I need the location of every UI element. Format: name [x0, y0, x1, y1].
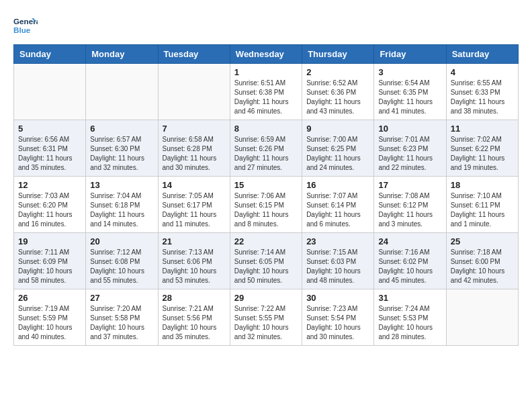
day-info: Sunrise: 7:16 AM Sunset: 6:02 PM Dayligh…: [378, 248, 441, 285]
day-number: 18: [451, 180, 514, 190]
day-number: 13: [90, 180, 153, 190]
day-number: 6: [90, 124, 153, 134]
weekday-header: Monday: [86, 45, 158, 64]
day-info: Sunrise: 6:59 AM Sunset: 6:26 PM Dayligh…: [234, 135, 298, 173]
weekday-header: Tuesday: [158, 45, 230, 64]
day-info: Sunrise: 6:52 AM Sunset: 6:36 PM Dayligh…: [306, 79, 369, 116]
calendar-day-cell: 19Sunrise: 7:11 AM Sunset: 6:09 PM Dayli…: [14, 233, 86, 289]
day-info: Sunrise: 6:51 AM Sunset: 6:38 PM Dayligh…: [234, 79, 298, 116]
calendar-week-row: 1Sunrise: 6:51 AM Sunset: 6:38 PM Daylig…: [14, 64, 519, 120]
day-number: 29: [234, 293, 298, 303]
calendar-week-row: 5Sunrise: 6:56 AM Sunset: 6:31 PM Daylig…: [14, 120, 519, 177]
day-number: 30: [306, 293, 369, 303]
calendar-day-cell: 23Sunrise: 7:15 AM Sunset: 6:03 PM Dayli…: [302, 233, 374, 289]
calendar-day-cell: 10Sunrise: 7:01 AM Sunset: 6:23 PM Dayli…: [374, 120, 446, 177]
day-number: 2: [306, 67, 369, 77]
calendar-day-cell: 31Sunrise: 7:24 AM Sunset: 5:53 PM Dayli…: [374, 289, 446, 346]
day-info: Sunrise: 7:00 AM Sunset: 6:25 PM Dayligh…: [306, 135, 369, 173]
calendar-day-cell: 6Sunrise: 6:57 AM Sunset: 6:30 PM Daylig…: [86, 120, 158, 177]
day-number: 23: [306, 236, 369, 246]
calendar-day-cell: 20Sunrise: 7:12 AM Sunset: 6:08 PM Dayli…: [86, 233, 158, 289]
day-info: Sunrise: 7:18 AM Sunset: 6:00 PM Dayligh…: [451, 248, 514, 285]
calendar-day-cell: 13Sunrise: 7:04 AM Sunset: 6:18 PM Dayli…: [86, 177, 158, 233]
day-info: Sunrise: 7:06 AM Sunset: 6:15 PM Dayligh…: [234, 191, 298, 229]
day-info: Sunrise: 7:11 AM Sunset: 6:09 PM Dayligh…: [18, 248, 81, 285]
calendar-header-row: SundayMondayTuesdayWednesdayThursdayFrid…: [14, 45, 519, 64]
day-number: 24: [378, 236, 441, 246]
day-number: 8: [234, 124, 298, 134]
day-number: 16: [306, 180, 369, 190]
calendar-week-row: 12Sunrise: 7:03 AM Sunset: 6:20 PM Dayli…: [14, 177, 519, 233]
calendar-day-cell: 27Sunrise: 7:20 AM Sunset: 5:58 PM Dayli…: [86, 289, 158, 346]
day-number: 7: [163, 124, 226, 134]
weekday-header: Thursday: [302, 45, 374, 64]
calendar-day-cell: 29Sunrise: 7:22 AM Sunset: 5:55 PM Dayli…: [230, 289, 302, 346]
day-info: Sunrise: 7:15 AM Sunset: 6:03 PM Dayligh…: [306, 248, 369, 285]
calendar-day-cell: 22Sunrise: 7:14 AM Sunset: 6:05 PM Dayli…: [230, 233, 302, 289]
day-number: 11: [451, 124, 514, 134]
day-number: 28: [163, 293, 226, 303]
calendar-table: SundayMondayTuesdayWednesdayThursdayFrid…: [13, 44, 519, 346]
day-info: Sunrise: 7:01 AM Sunset: 6:23 PM Dayligh…: [378, 135, 441, 173]
svg-text:Blue: Blue: [13, 26, 31, 34]
calendar-day-cell: 12Sunrise: 7:03 AM Sunset: 6:20 PM Dayli…: [14, 177, 86, 233]
day-info: Sunrise: 7:24 AM Sunset: 5:53 PM Dayligh…: [378, 304, 441, 342]
calendar-day-cell: 9Sunrise: 7:00 AM Sunset: 6:25 PM Daylig…: [302, 120, 374, 177]
day-info: Sunrise: 7:22 AM Sunset: 5:55 PM Dayligh…: [234, 304, 298, 342]
day-number: 17: [378, 180, 441, 190]
day-info: Sunrise: 7:07 AM Sunset: 6:14 PM Dayligh…: [306, 191, 369, 229]
calendar-day-cell: 17Sunrise: 7:08 AM Sunset: 6:12 PM Dayli…: [374, 177, 446, 233]
logo: General Blue: [13, 13, 38, 38]
weekday-header: Saturday: [446, 45, 518, 64]
day-number: 21: [163, 236, 226, 246]
day-number: 1: [234, 67, 298, 77]
day-info: Sunrise: 7:08 AM Sunset: 6:12 PM Dayligh…: [378, 191, 441, 229]
day-info: Sunrise: 7:12 AM Sunset: 6:08 PM Dayligh…: [90, 248, 153, 285]
calendar-day-cell: [86, 64, 158, 120]
day-info: Sunrise: 7:23 AM Sunset: 5:54 PM Dayligh…: [306, 304, 369, 342]
day-number: 27: [90, 293, 153, 303]
weekday-header: Friday: [374, 45, 446, 64]
day-info: Sunrise: 6:55 AM Sunset: 6:33 PM Dayligh…: [451, 79, 514, 116]
day-number: 5: [18, 124, 81, 134]
day-info: Sunrise: 6:58 AM Sunset: 6:28 PM Dayligh…: [163, 135, 226, 173]
day-number: 22: [234, 236, 298, 246]
day-info: Sunrise: 7:14 AM Sunset: 6:05 PM Dayligh…: [234, 248, 298, 285]
day-number: 19: [18, 236, 81, 246]
calendar-day-cell: 11Sunrise: 7:02 AM Sunset: 6:22 PM Dayli…: [446, 120, 518, 177]
calendar-day-cell: 8Sunrise: 6:59 AM Sunset: 6:26 PM Daylig…: [230, 120, 302, 177]
calendar-day-cell: [158, 64, 230, 120]
calendar-day-cell: 26Sunrise: 7:19 AM Sunset: 5:59 PM Dayli…: [14, 289, 86, 346]
day-number: 26: [18, 293, 81, 303]
calendar-day-cell: 2Sunrise: 6:52 AM Sunset: 6:36 PM Daylig…: [302, 64, 374, 120]
day-info: Sunrise: 6:54 AM Sunset: 6:35 PM Dayligh…: [378, 79, 441, 116]
calendar-day-cell: [446, 289, 518, 346]
calendar-day-cell: 3Sunrise: 6:54 AM Sunset: 6:35 PM Daylig…: [374, 64, 446, 120]
day-number: 31: [378, 293, 441, 303]
day-number: 14: [163, 180, 226, 190]
calendar-day-cell: 18Sunrise: 7:10 AM Sunset: 6:11 PM Dayli…: [446, 177, 518, 233]
calendar-day-cell: 7Sunrise: 6:58 AM Sunset: 6:28 PM Daylig…: [158, 120, 230, 177]
calendar-week-row: 26Sunrise: 7:19 AM Sunset: 5:59 PM Dayli…: [14, 289, 519, 346]
day-info: Sunrise: 7:13 AM Sunset: 6:06 PM Dayligh…: [163, 248, 226, 285]
calendar-day-cell: 21Sunrise: 7:13 AM Sunset: 6:06 PM Dayli…: [158, 233, 230, 289]
day-number: 20: [90, 236, 153, 246]
calendar-day-cell: 14Sunrise: 7:05 AM Sunset: 6:17 PM Dayli…: [158, 177, 230, 233]
calendar-day-cell: 1Sunrise: 6:51 AM Sunset: 6:38 PM Daylig…: [230, 64, 302, 120]
calendar-day-cell: 30Sunrise: 7:23 AM Sunset: 5:54 PM Dayli…: [302, 289, 374, 346]
calendar-day-cell: 25Sunrise: 7:18 AM Sunset: 6:00 PM Dayli…: [446, 233, 518, 289]
day-number: 3: [378, 67, 441, 77]
day-number: 10: [378, 124, 441, 134]
calendar-day-cell: [14, 64, 86, 120]
calendar-day-cell: 24Sunrise: 7:16 AM Sunset: 6:02 PM Dayli…: [374, 233, 446, 289]
day-number: 9: [306, 124, 369, 134]
calendar-day-cell: 4Sunrise: 6:55 AM Sunset: 6:33 PM Daylig…: [446, 64, 518, 120]
day-info: Sunrise: 7:20 AM Sunset: 5:58 PM Dayligh…: [90, 304, 153, 342]
day-info: Sunrise: 6:57 AM Sunset: 6:30 PM Dayligh…: [90, 135, 153, 173]
calendar-day-cell: 16Sunrise: 7:07 AM Sunset: 6:14 PM Dayli…: [302, 177, 374, 233]
day-info: Sunrise: 7:02 AM Sunset: 6:22 PM Dayligh…: [451, 135, 514, 173]
day-info: Sunrise: 7:03 AM Sunset: 6:20 PM Dayligh…: [18, 191, 81, 229]
calendar-day-cell: 5Sunrise: 6:56 AM Sunset: 6:31 PM Daylig…: [14, 120, 86, 177]
logo-icon: General Blue: [13, 13, 38, 38]
day-info: Sunrise: 7:04 AM Sunset: 6:18 PM Dayligh…: [90, 191, 153, 229]
